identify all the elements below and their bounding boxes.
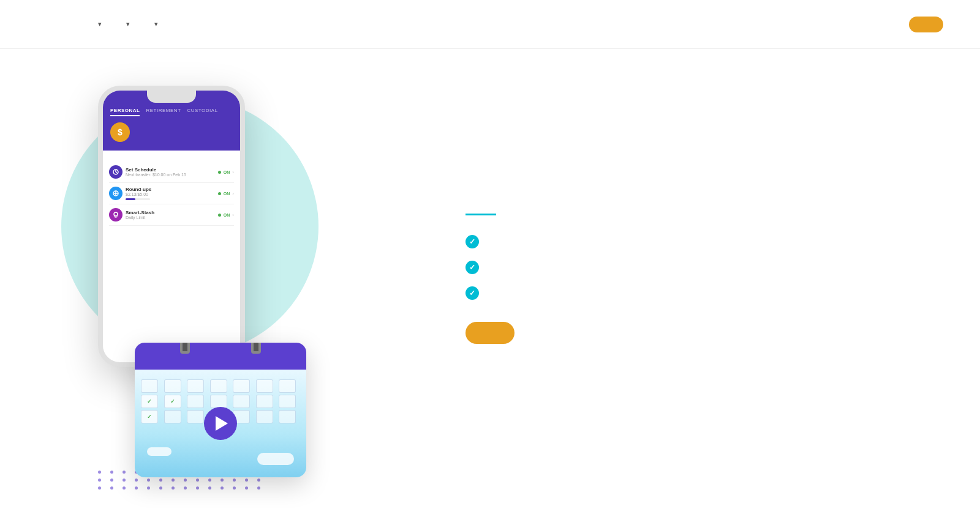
dot-decoration	[172, 479, 175, 482]
on-indicator	[218, 192, 221, 195]
nav-education[interactable]: ▾	[152, 20, 158, 28]
get-stash-button[interactable]	[909, 17, 943, 32]
content-block: ✓ ✓	[466, 207, 514, 356]
chevron-down-icon: ▾	[154, 20, 158, 28]
progress-bar	[126, 198, 150, 200]
dot-decoration	[110, 471, 113, 474]
calendar-rings	[180, 343, 261, 354]
on-indicator	[218, 214, 221, 217]
cloud-decoration	[147, 447, 172, 456]
tab-retirement[interactable]: RETIREMENT	[146, 108, 181, 116]
nav-right	[892, 17, 943, 32]
on-indicator	[218, 171, 221, 174]
svg-line-2	[116, 172, 117, 173]
strategy-name: Set Schedule	[126, 167, 186, 173]
chevron-right-icon: ›	[232, 169, 234, 175]
cal-cell: ✓	[141, 410, 158, 423]
strategy-sub: Next transfer: $10.00 on Feb 15	[126, 173, 186, 177]
check-circle-icon: ✓	[466, 286, 479, 300]
dot-decoration	[257, 479, 260, 482]
calendar-body: ✓ ✓ ✓	[135, 370, 306, 477]
dot-decoration	[184, 479, 187, 482]
strategy-set-schedule: Set Schedule Next transfer: $10.00 on Fe…	[109, 162, 234, 183]
dot-decoration	[110, 479, 113, 482]
phone-amount-row: $	[110, 122, 233, 142]
play-button[interactable]	[204, 407, 237, 440]
cal-cell	[256, 379, 273, 393]
calendar-header	[135, 343, 306, 370]
dot-decoration	[233, 479, 236, 482]
dot-decoration	[110, 486, 113, 490]
on-label: ON	[224, 192, 230, 196]
dot-decoration	[196, 486, 199, 490]
nav-account-types[interactable]: ▾	[96, 20, 102, 28]
set-schedule-icon	[109, 165, 123, 179]
calendar-card[interactable]: ✓ ✓ ✓	[135, 343, 306, 477]
check-circle-icon: ✓	[466, 235, 479, 248]
dot-decoration	[172, 486, 175, 490]
cal-cell	[164, 410, 181, 423]
cal-cell	[187, 379, 204, 393]
strategy-sub: $2.13/$5.00	[126, 192, 151, 196]
phone-screen: PERSONAL RETIREMENT CUSTODIAL $	[103, 91, 240, 362]
features-list: ✓ ✓	[466, 234, 514, 300]
cta-row	[466, 322, 514, 356]
dot-decoration	[221, 486, 224, 490]
dot-decoration	[245, 486, 248, 490]
chevron-right-icon: ›	[232, 191, 234, 196]
cal-cell	[210, 395, 227, 408]
dot-decoration	[233, 486, 236, 490]
get-started-button[interactable]	[466, 322, 514, 344]
strategy-round-ups: Round-ups $2.13/$5.00 ON ›	[109, 183, 234, 204]
cal-cell	[187, 395, 204, 408]
dot-decoration	[221, 479, 224, 482]
on-label: ON	[224, 213, 230, 217]
phone-outer: PERSONAL RETIREMENT CUSTODIAL $	[98, 86, 245, 367]
tab-custodial[interactable]: CUSTODIAL	[187, 108, 217, 116]
phone-notch	[147, 91, 196, 103]
cal-cell	[279, 410, 296, 423]
dot-decoration	[184, 486, 187, 490]
cal-cell	[164, 379, 181, 393]
strategy-sub: Daily Limit	[126, 215, 154, 220]
feature-smart-stash: ✓	[466, 285, 514, 300]
cal-cell	[233, 395, 250, 408]
strategy-name: Round-ups	[126, 187, 151, 192]
right-content: ✓ ✓	[429, 49, 980, 514]
cal-cell	[210, 379, 227, 393]
phone-tabs: PERSONAL RETIREMENT CUSTODIAL	[110, 108, 233, 116]
navbar: ▾ ▾ ▾	[0, 0, 980, 49]
phone-mockup: PERSONAL RETIREMENT CUSTODIAL $	[98, 86, 245, 367]
nav-investments[interactable]: ▾	[124, 20, 130, 28]
tab-personal[interactable]: PERSONAL	[110, 108, 140, 116]
calendar-ring-left	[180, 343, 190, 354]
on-label: ON	[224, 170, 230, 174]
svg-point-6	[114, 212, 118, 216]
dot-decoration	[159, 486, 162, 490]
chevron-down-icon: ▾	[126, 20, 130, 28]
progress-fill	[126, 198, 135, 200]
chevron-right-icon: ›	[232, 212, 234, 218]
cloud-decoration	[257, 453, 294, 465]
dot-decoration	[147, 486, 150, 490]
dot-decoration	[98, 471, 101, 474]
dot-decoration	[123, 486, 126, 490]
dot-decoration	[245, 479, 248, 482]
dot-decoration	[98, 479, 101, 482]
dot-decoration	[208, 479, 211, 482]
cal-cell	[141, 379, 158, 393]
smart-stash-icon	[109, 208, 123, 222]
play-icon	[216, 416, 228, 431]
nav-links: ▾ ▾ ▾	[74, 20, 892, 28]
phone-body: Set Schedule Next transfer: $10.00 on Fe…	[103, 151, 240, 362]
feature-set-schedule: ✓	[466, 234, 514, 248]
cal-cell	[256, 410, 273, 423]
dot-decoration	[147, 479, 150, 482]
strategy-smart-stash: Smart-Stash Daily Limit ON ›	[109, 204, 234, 226]
cal-cell	[256, 395, 273, 408]
dot-decoration	[257, 486, 260, 490]
cal-cell	[187, 410, 204, 423]
dot-decoration	[196, 479, 199, 482]
dot-decoration	[123, 471, 126, 474]
dot-decoration	[98, 486, 101, 490]
